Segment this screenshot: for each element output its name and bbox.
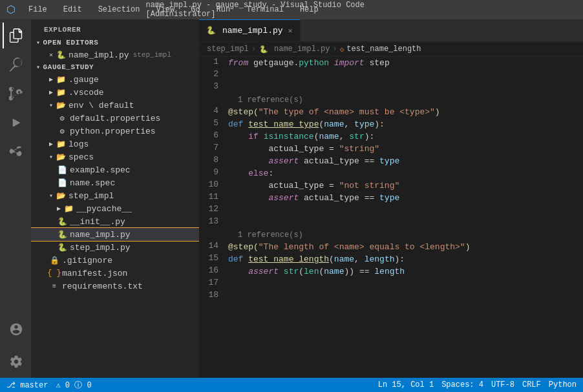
activity-explorer[interactable] xyxy=(3,23,28,48)
main-layout: EXPLORER ▾ OPEN EDITORS ✕ 🐍 name_impl.py… xyxy=(0,19,583,378)
code-line-15: 15 def test_name_length(name, length): xyxy=(199,253,583,265)
line-num-9: 9 xyxy=(199,167,228,177)
code-line-6: 6 if isinstance(name, str): xyxy=(199,130,583,143)
breadcrumb-func-icon: ◇ xyxy=(340,45,344,54)
code-area[interactable]: 1 from getgauge.python import step 2 3 1… xyxy=(199,57,583,378)
menu-selection[interactable]: Selection xyxy=(95,4,143,15)
sidebar-item-name-impl-py[interactable]: 🐍 name_impl.py xyxy=(31,228,199,241)
tab-close-button[interactable]: ✕ xyxy=(287,25,294,36)
status-ln-col[interactable]: Ln 15, Col 1 xyxy=(378,380,434,389)
status-right: Ln 15, Col 1 Spaces: 4 UTF-8 CRLF Python xyxy=(378,380,577,389)
line-content-5: def test_name_type(name, type): xyxy=(228,118,570,130)
sidebar-item-requirements-txt[interactable]: ≡ requirements.txt xyxy=(31,280,199,293)
breadcrumb: step_impl › 🐍 name_impl.py › ◇ test_name… xyxy=(199,42,583,57)
init-py-label: __init__.py xyxy=(70,217,125,227)
step-impl-py-label: step_impl.py xyxy=(70,243,131,253)
sidebar-item-python-props[interactable]: ⚙ python.properties xyxy=(31,125,199,138)
sidebar-item-specs[interactable]: ▾ 📂 specs xyxy=(31,150,199,163)
status-eol[interactable]: CRLF xyxy=(522,380,541,389)
tab-name-impl[interactable]: 🐍 name_impl.py ✕ xyxy=(199,19,301,41)
window-title: name_impl.py - gauge_study - Visual Stud… xyxy=(146,1,438,19)
sidebar-item-step-impl[interactable]: ▾ 📂 step_impl xyxy=(31,189,199,202)
vscode-label: .vscode xyxy=(69,88,104,98)
specs-folder-icon: 📂 xyxy=(56,152,66,162)
code-line-7: 7 actual_type = "string" xyxy=(199,143,583,155)
pycache-chevron: ▶ xyxy=(57,205,61,212)
menu-edit[interactable]: Edit xyxy=(60,4,85,15)
line-content-14: @step("The length of <name> equals to <l… xyxy=(228,241,570,253)
sidebar-item-logs[interactable]: ▶ 📁 logs xyxy=(31,138,199,150)
status-branch[interactable]: ⎇ master xyxy=(6,380,48,390)
breadcrumb-py-icon: 🐍 xyxy=(259,44,269,54)
gitignore-label: .gitignore xyxy=(62,256,112,265)
json-icon: { } xyxy=(49,268,59,278)
app-icon: ⬡ xyxy=(6,3,16,16)
line-num-14: 14 xyxy=(199,241,228,251)
line-num-8: 8 xyxy=(199,155,228,165)
sidebar-item-init-py[interactable]: 🐍 __init__.py xyxy=(31,215,199,228)
sidebar-item-default-props[interactable]: ⚙ default.properties xyxy=(31,112,199,125)
code-line-14: 14 @step("The length of <name> equals to… xyxy=(199,241,583,253)
menu-file[interactable]: File xyxy=(25,4,50,15)
sidebar-item-manifest-json[interactable]: { } manifest.json xyxy=(31,267,199,280)
open-editors-section[interactable]: ▾ OPEN EDITORS xyxy=(31,37,199,48)
line-content-17 xyxy=(228,278,570,290)
close-icon[interactable]: ✕ xyxy=(49,51,53,59)
logs-folder-icon: 📁 xyxy=(56,139,66,149)
activity-extensions[interactable] xyxy=(3,139,28,165)
specs-label: specs xyxy=(69,152,94,162)
code-line-10: 10 actual_type = "not string" xyxy=(199,180,583,192)
sidebar-item-name-spec[interactable]: 📄 name.spec xyxy=(31,176,199,189)
line-content-6: if isinstance(name, str): xyxy=(228,130,570,143)
line-num-4: 4 xyxy=(199,106,228,116)
code-line-17: 17 xyxy=(199,278,583,290)
name-impl-py-label: name_impl.py xyxy=(70,230,131,240)
project-label: GAUGE_STUDY xyxy=(43,63,94,71)
sidebar-content[interactable]: ▾ OPEN EDITORS ✕ 🐍 name_impl.py step_imp… xyxy=(31,37,199,378)
python-props-label: python.properties xyxy=(70,127,156,136)
activity-run[interactable] xyxy=(3,110,28,136)
status-left: ⎇ master ⚠ 0 ⓘ 0 xyxy=(6,380,92,391)
open-file-name-impl[interactable]: ✕ 🐍 name_impl.py step_impl xyxy=(31,48,199,61)
code-line-2: 2 xyxy=(199,69,583,81)
code-line-11: 11 assert actual_type == type xyxy=(199,192,583,204)
name-spec-icon: 📄 xyxy=(57,178,67,188)
breadcrumb-part-2[interactable]: test_name_length xyxy=(346,45,421,54)
line-content-13 xyxy=(228,216,570,229)
vscode-chevron: ▶ xyxy=(49,88,53,96)
sidebar-item-gauge[interactable]: ▶ 📁 .gauge xyxy=(31,73,199,86)
project-section[interactable]: ▾ GAUGE_STUDY xyxy=(31,61,199,73)
status-spaces[interactable]: Spaces: 4 xyxy=(441,380,483,389)
project-chevron: ▾ xyxy=(36,63,41,71)
open-editors-chevron: ▾ xyxy=(36,39,41,46)
line-num-10: 10 xyxy=(199,180,228,189)
status-encoding[interactable]: UTF-8 xyxy=(491,380,514,389)
activity-accounts[interactable] xyxy=(3,316,28,342)
line-content-10: actual_type = "not string" xyxy=(228,180,570,192)
sidebar: EXPLORER ▾ OPEN EDITORS ✕ 🐍 name_impl.py… xyxy=(31,19,199,378)
status-errors[interactable]: ⚠ 0 ⓘ 0 xyxy=(56,380,91,391)
tab-bar: 🐍 name_impl.py ✕ xyxy=(199,19,583,42)
activity-source-control[interactable] xyxy=(3,81,28,107)
example-spec-icon: 📄 xyxy=(57,165,67,175)
sidebar-item-env[interactable]: ▾ 📂 env \ default xyxy=(31,99,199,112)
line-content-2 xyxy=(228,69,570,81)
breadcrumb-part-1[interactable]: name_impl.py xyxy=(274,45,330,54)
breadcrumb-part-0[interactable]: step_impl xyxy=(207,45,249,54)
sidebar-item-pycache[interactable]: ▶ 📁 __pycache__ xyxy=(31,202,199,215)
sidebar-item-vscode[interactable]: ▶ 📁 .vscode xyxy=(31,86,199,99)
sidebar-item-example-spec[interactable]: 📄 example.spec xyxy=(31,163,199,176)
sidebar-item-gitignore[interactable]: 🔒 .gitignore xyxy=(31,254,199,267)
activity-search[interactable] xyxy=(3,52,28,77)
line-num-6: 6 xyxy=(199,130,228,140)
name-spec-label: name.spec xyxy=(70,178,115,188)
step-impl-py-icon: 🐍 xyxy=(57,242,67,253)
line-num-7: 7 xyxy=(199,143,228,152)
requirements-txt-label: requirements.txt xyxy=(62,282,143,291)
ref-text-2: 1 reference(s) xyxy=(238,231,303,240)
sidebar-item-step-impl-py[interactable]: 🐍 step_impl.py xyxy=(31,241,199,254)
gauge-chevron: ▶ xyxy=(49,76,53,83)
status-language[interactable]: Python xyxy=(549,380,577,389)
activity-settings[interactable] xyxy=(3,349,28,375)
open-editors-label: OPEN EDITORS xyxy=(43,39,99,46)
